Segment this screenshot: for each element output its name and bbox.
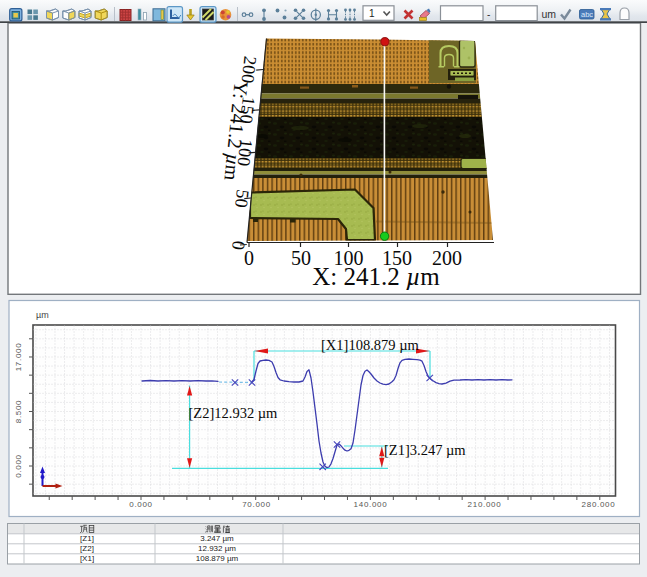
svg-text:200: 200 [238,55,261,84]
svg-text:[Z2]12.932 µm: [Z2]12.932 µm [189,405,279,421]
svg-text:[Z2]: [Z2] [80,544,94,553]
svg-text:140.000: 140.000 [354,500,388,509]
svg-text:[Z1]: [Z1] [80,534,94,543]
svg-text:-: - [487,9,490,20]
svg-text:3.247 µm: 3.247 µm [200,534,234,543]
svg-text:1: 1 [369,8,375,19]
svg-text:50: 50 [291,247,311,269]
svg-text:um: um [542,8,557,20]
svg-text:280.000: 280.000 [582,500,616,509]
svg-text:0.000: 0.000 [129,500,153,509]
svg-text:[X1]: [X1] [80,554,94,563]
svg-text:0.000: 0.000 [14,454,23,478]
svg-text:abc: abc [581,10,593,19]
svg-text:210.000: 210.000 [468,500,502,509]
svg-text:X: 241.2 µm: X: 241.2 µm [312,263,440,290]
svg-text:70.000: 70.000 [242,500,271,509]
svg-text:50: 50 [231,189,253,209]
svg-text:[Z1]3.247 µm: [Z1]3.247 µm [384,442,466,458]
svg-text:µm: µm [36,310,49,320]
svg-text:[X1]108.879 µm: [X1]108.879 µm [321,337,419,353]
svg-text:17.000: 17.000 [14,343,23,372]
svg-text:8.500: 8.500 [14,400,23,424]
svg-text:12.932 µm: 12.932 µm [198,544,236,553]
svg-text:108.879 µm: 108.879 µm [196,554,239,563]
